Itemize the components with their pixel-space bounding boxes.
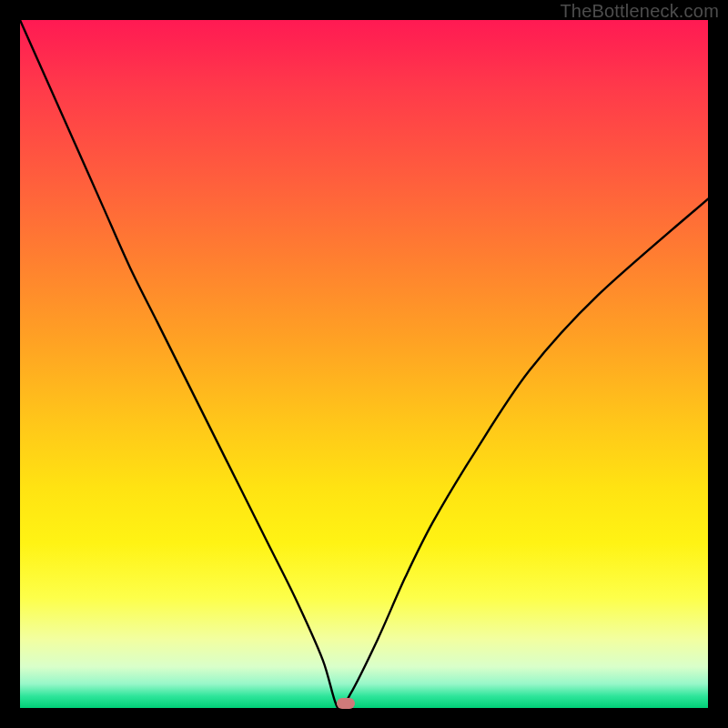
bottleneck-curve <box>20 20 708 708</box>
plot-area <box>20 20 708 708</box>
curve-layer <box>20 20 708 708</box>
watermark-text: TheBottleneck.com <box>560 1 719 22</box>
chart-frame: TheBottleneck.com <box>0 0 728 728</box>
min-point-marker <box>337 698 355 709</box>
